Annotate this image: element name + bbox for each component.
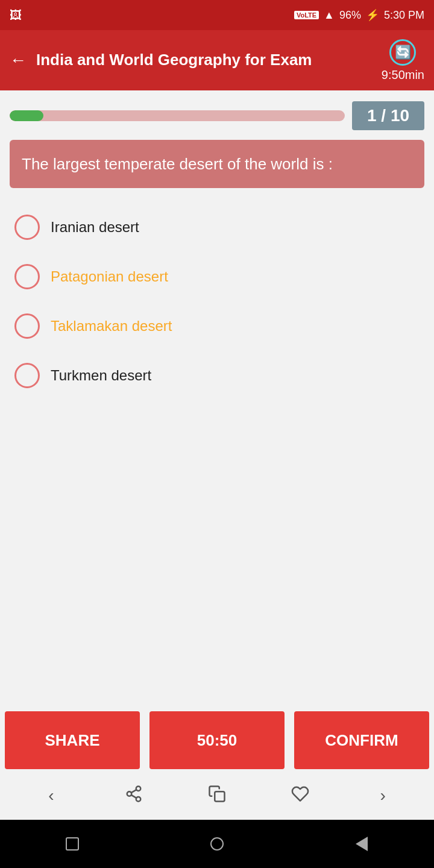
options-container: Iranian desert Patagonian desert Taklama… <box>0 198 434 405</box>
timer-display: 9:50min <box>382 68 424 82</box>
option-a-label: Iranian desert <box>51 219 139 236</box>
option-c-label: Taklamakan desert <box>51 318 172 335</box>
confirm-button[interactable]: CONFIRM <box>294 711 429 769</box>
favorite-nav-button[interactable] <box>282 778 318 814</box>
status-bar: 🖼 VoLTE ▲ 96% ⚡ 5:30 PM <box>0 0 434 30</box>
home-icon <box>210 837 224 851</box>
prev-icon: ‹ <box>48 786 54 805</box>
home-button[interactable] <box>204 831 230 857</box>
battery-text: 96% <box>339 9 361 22</box>
next-icon: › <box>380 786 386 805</box>
prev-button[interactable]: ‹ <box>33 778 69 814</box>
header-right: 🔄 9:50min <box>382 39 424 82</box>
question-counter: 1 / 10 <box>352 101 424 130</box>
photo-icon: 🖼 <box>10 8 22 22</box>
option-c[interactable]: Taklamakan desert <box>10 301 424 351</box>
radio-a[interactable] <box>14 215 40 240</box>
svg-line-4 <box>131 790 137 793</box>
volte-badge: VoLTE <box>294 11 319 19</box>
back-button[interactable]: ← <box>10 51 27 70</box>
fifty-fifty-button[interactable]: 50:50 <box>149 711 285 769</box>
share-nav-icon <box>125 785 143 807</box>
option-a[interactable]: Iranian desert <box>10 203 424 252</box>
svg-rect-5 <box>215 791 224 801</box>
app-title: India and World Geography for Exam <box>36 50 372 71</box>
app-header: ← India and World Geography for Exam 🔄 9… <box>0 30 434 90</box>
radio-b[interactable] <box>14 264 40 289</box>
question-text: The largest temperate desert of the worl… <box>22 153 412 175</box>
progress-bar-container <box>10 110 345 121</box>
clock-face-icon: 🔄 <box>395 45 411 60</box>
heart-icon <box>291 785 309 807</box>
progress-area: 1 / 10 <box>0 90 434 135</box>
back-system-icon <box>356 837 368 851</box>
time-display: 5:30 PM <box>384 9 424 22</box>
share-button[interactable]: SHARE <box>5 711 140 769</box>
question-box: The largest temperate desert of the worl… <box>10 140 424 188</box>
option-d[interactable]: Turkmen desert <box>10 351 424 400</box>
progress-bar-fill <box>10 110 43 121</box>
copy-nav-button[interactable] <box>199 778 235 814</box>
next-button[interactable]: › <box>365 778 401 814</box>
share-nav-button[interactable] <box>116 778 152 814</box>
system-nav-bar <box>0 820 434 868</box>
recents-button[interactable] <box>59 831 86 857</box>
option-b[interactable]: Patagonian desert <box>10 252 424 301</box>
radio-d[interactable] <box>14 363 40 388</box>
status-left-icons: 🖼 <box>10 8 22 22</box>
signal-icon: ▲ <box>324 9 335 22</box>
timer-icon: 🔄 <box>389 39 416 66</box>
nav-bar: ‹ › <box>0 772 434 820</box>
header-title-block: India and World Geography for Exam <box>36 50 372 71</box>
copy-icon <box>208 785 226 807</box>
option-d-label: Turkmen desert <box>51 367 151 384</box>
action-buttons-row: SHARE 50:50 CONFIRM <box>0 704 434 772</box>
svg-line-3 <box>131 794 137 797</box>
option-b-label: Patagonian desert <box>51 268 168 285</box>
recents-icon <box>66 837 79 851</box>
battery-icon: ⚡ <box>366 8 379 22</box>
back-system-button[interactable] <box>348 831 375 857</box>
radio-c[interactable] <box>14 313 40 339</box>
